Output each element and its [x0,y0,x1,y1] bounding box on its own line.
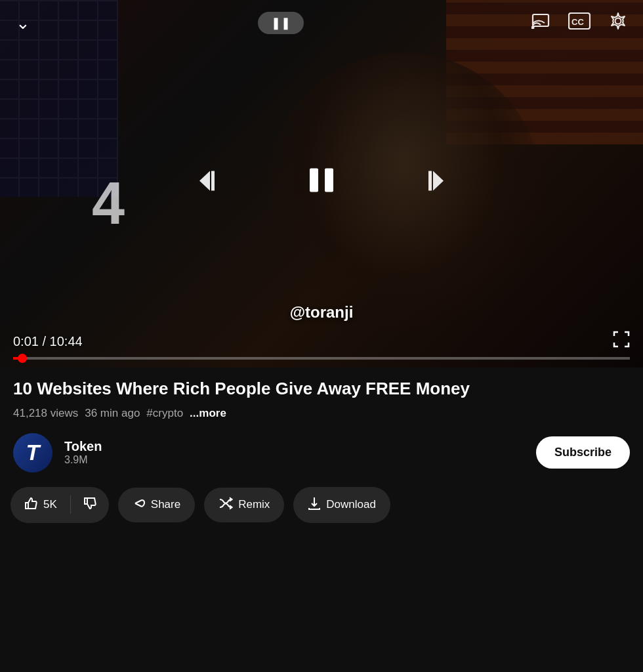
remix-icon [218,497,233,513]
channel-name[interactable]: Token [64,439,102,454]
fullscreen-button[interactable] [613,331,630,352]
top-right-icons: CC [531,12,627,34]
double-tap-indicator: 4 [92,170,125,238]
share-icon [133,497,146,513]
svg-rect-7 [310,169,318,192]
more-button[interactable]: ...more [190,407,226,420]
hashtag[interactable]: #crypto [146,407,183,420]
pause-pill[interactable]: ❚❚ [258,12,304,34]
cast-icon[interactable] [531,13,550,33]
channel-left: T Token 3.9M [13,433,102,472]
channel-row: T Token 3.9M Subscribe [13,433,630,472]
time-ago: 36 min ago [85,407,140,420]
video-title: 10 Websites Where Rich People Give Away … [13,378,630,400]
download-label: Download [326,498,376,511]
cc-icon[interactable]: CC [568,12,591,33]
video-time: 0:01 / 10:44 [13,334,83,349]
svg-rect-8 [325,169,333,192]
pause-main-button[interactable] [304,163,339,205]
settings-icon[interactable] [609,12,627,34]
remix-button[interactable]: Remix [204,488,284,522]
video-meta: 41,218 views 36 min ago #crypto ...more [13,407,630,420]
progress-bar[interactable] [13,357,630,360]
progress-dot[interactable] [18,354,27,363]
share-button[interactable]: Share [118,488,195,522]
channel-subscribers: 3.9M [64,454,102,466]
share-label: Share [151,498,180,511]
pause-pill-icon: ❚❚ [271,16,291,30]
video-player[interactable]: ⌄ ❚❚ CC [0,0,643,368]
video-info: 10 Websites Where Rich People Give Away … [0,368,643,472]
remix-label: Remix [238,498,270,511]
svg-rect-6 [211,171,215,191]
channel-avatar[interactable]: T [13,433,52,472]
collapse-icon[interactable]: ⌄ [16,13,30,33]
svg-rect-10 [428,171,432,191]
like-dislike-group: 5K [10,487,109,523]
download-icon [308,496,321,514]
channel-watermark: @toranji [290,303,354,322]
video-top-controls: ⌄ ❚❚ CC [0,12,643,34]
time-row: 0:01 / 10:44 [13,331,630,352]
download-button[interactable]: Download [293,487,390,523]
subscribe-button[interactable]: Subscribe [536,436,630,469]
video-bottom-controls: 0:01 / 10:44 [0,331,643,360]
svg-marker-9 [433,171,444,191]
skip-forward-button[interactable] [417,166,447,202]
skip-back-button[interactable] [196,166,226,202]
like-count: 5K [43,498,57,511]
video-center-controls [196,163,447,205]
svg-point-4 [615,18,621,24]
like-button[interactable]: 5K [10,487,70,523]
view-count: 41,218 views [13,407,78,420]
action-row: 5K Share Remix [0,487,643,536]
svg-marker-5 [199,171,210,191]
svg-text:CC: CC [571,17,584,27]
channel-name-block: Token 3.9M [64,439,102,466]
like-icon [24,496,38,514]
dislike-button[interactable] [71,487,109,523]
